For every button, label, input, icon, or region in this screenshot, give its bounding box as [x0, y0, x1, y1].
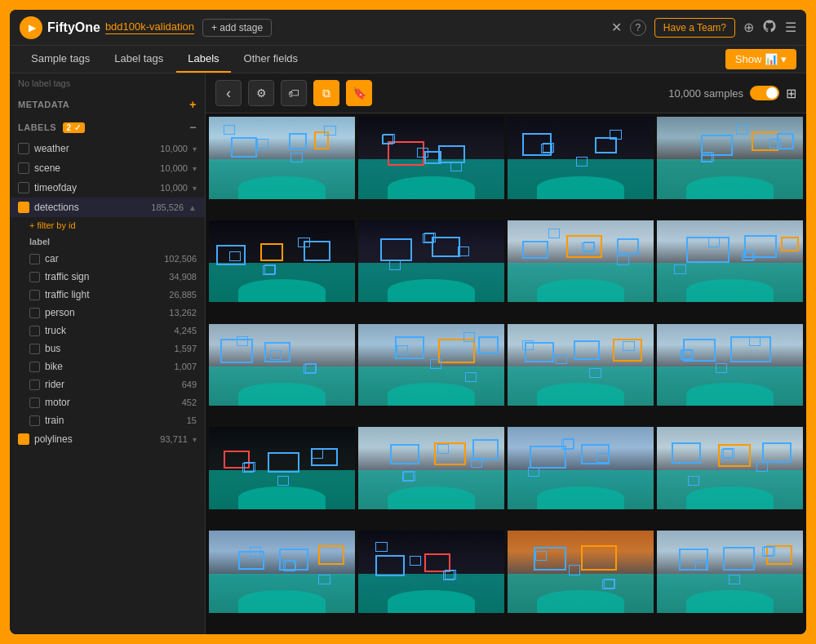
detections-checkbox[interactable]	[18, 202, 29, 213]
have-team-button[interactable]: Have a Team?	[654, 18, 735, 38]
label-train-row[interactable]: train 15	[10, 411, 205, 429]
tab-sample-tags[interactable]: Sample tags	[20, 46, 101, 73]
traffic-light-checkbox[interactable]	[29, 290, 40, 300]
logo-area: FiftyOne bdd100k-validation	[20, 16, 194, 39]
polylines-checkbox[interactable]	[18, 433, 29, 445]
grid-cell[interactable]	[657, 531, 803, 613]
label-motor-row[interactable]: motor 452	[10, 393, 205, 411]
logo-icon	[20, 16, 42, 39]
no-label-tags: No label tags	[10, 73, 205, 93]
grid-settings-icon[interactable]: ⊕	[743, 20, 754, 35]
bookmark-tool-button[interactable]: 🔖	[346, 80, 372, 106]
rider-checkbox[interactable]	[29, 380, 40, 390]
label-bike-row[interactable]: bike 1,007	[10, 358, 205, 375]
label-person-row[interactable]: person 13,262	[10, 304, 205, 322]
dataset-name: bdd100k-validation	[105, 20, 194, 34]
timeofday-checkbox[interactable]	[18, 182, 29, 193]
grid-cell[interactable]	[657, 427, 803, 509]
label-polylines-row[interactable]: polylines 93,711 ▾	[10, 429, 205, 449]
settings-tool-button[interactable]: ⚙	[248, 80, 274, 106]
weather-checkbox[interactable]	[18, 143, 29, 154]
tab-bar: Sample tags Label tags Labels Other fiel…	[10, 46, 806, 73]
traffic-sign-checkbox[interactable]	[29, 272, 40, 282]
grid-cell[interactable]	[358, 220, 504, 303]
motor-checkbox[interactable]	[29, 398, 40, 408]
grid-cell[interactable]	[657, 220, 803, 303]
label-scene-row[interactable]: scene 10,000 ▾	[10, 158, 205, 178]
back-button[interactable]: ‹	[215, 80, 242, 106]
filter-by-id[interactable]: + filter by id	[10, 217, 205, 233]
labels-badge: 2 ✓	[63, 122, 86, 133]
train-checkbox[interactable]	[29, 415, 40, 426]
scene-expand-icon[interactable]: ▾	[193, 164, 197, 173]
app-container: FiftyOne bdd100k-validation + add stage …	[10, 10, 806, 634]
grid-cell[interactable]	[358, 324, 504, 406]
grid-cell[interactable]	[508, 427, 654, 509]
person-checkbox[interactable]	[29, 308, 40, 318]
right-panel: ‹ ⚙ 🏷 ⧉ 🔖 10,000 samples ⊞	[206, 73, 806, 634]
tab-labels[interactable]: Labels	[176, 46, 230, 73]
tag-tool-button[interactable]: 🏷	[281, 80, 307, 106]
label-car-row[interactable]: car 102,506	[10, 250, 205, 268]
grid-cell[interactable]	[358, 531, 504, 613]
label-rider-row[interactable]: rider 649	[10, 375, 205, 393]
label-truck-row[interactable]: truck 4,245	[10, 322, 205, 340]
add-stage-button[interactable]: + add stage	[202, 19, 272, 37]
samples-count: 10,000 samples	[668, 87, 743, 100]
bike-checkbox[interactable]	[29, 362, 40, 372]
truck-checkbox[interactable]	[29, 326, 40, 336]
grid-cell[interactable]	[657, 117, 803, 199]
label-sub-header: label	[10, 233, 205, 250]
main-content: No label tags METADATA + LABELS 2 ✓ − we…	[10, 73, 806, 634]
grid-cell[interactable]	[358, 427, 504, 509]
bus-checkbox[interactable]	[29, 344, 40, 354]
metadata-section-header[interactable]: METADATA +	[10, 93, 205, 116]
grid-cell[interactable]	[358, 117, 504, 199]
header: FiftyOne bdd100k-validation + add stage …	[10, 10, 806, 46]
label-traffic-light-row[interactable]: traffic light 26,885	[10, 286, 205, 304]
view-toggle[interactable]	[750, 86, 779, 100]
grid-cell[interactable]	[508, 117, 654, 199]
sidebar: No label tags METADATA + LABELS 2 ✓ − we…	[10, 73, 206, 634]
label-weather-row[interactable]: weather 10,000 ▾	[10, 139, 205, 158]
tab-other-fields[interactable]: Other fields	[233, 46, 309, 73]
copy-tool-button[interactable]: ⧉	[313, 80, 339, 106]
grid-cell[interactable]	[209, 324, 355, 406]
grid-cell[interactable]	[508, 324, 654, 406]
labels-collapse-icon[interactable]: −	[189, 121, 197, 134]
weather-expand-icon[interactable]: ▾	[193, 144, 197, 153]
app-name: FiftyOne	[47, 20, 100, 35]
show-button[interactable]: Show 📊 ▾	[725, 49, 796, 69]
scene-checkbox[interactable]	[18, 162, 29, 174]
detections-expand-icon[interactable]: ▲	[188, 203, 197, 212]
grid-cell[interactable]	[209, 220, 355, 303]
grid-cell[interactable]	[657, 324, 803, 406]
grid-cell[interactable]	[209, 427, 355, 509]
tab-label-tags[interactable]: Label tags	[103, 46, 175, 73]
grid-cell[interactable]	[508, 531, 654, 613]
metadata-add-icon[interactable]: +	[189, 98, 197, 111]
grid-view-icon[interactable]: ⊞	[786, 86, 796, 101]
label-detections-row[interactable]: detections 185,526 ▲	[10, 198, 205, 217]
github-icon[interactable]	[762, 19, 777, 37]
label-bus-row[interactable]: bus 1,597	[10, 340, 205, 358]
labels-section-header: LABELS 2 ✓ −	[10, 116, 205, 139]
close-icon[interactable]: ✕	[611, 20, 622, 35]
label-timeofday-row[interactable]: timeofday 10,000 ▾	[10, 178, 205, 198]
grid-cell[interactable]	[209, 117, 355, 199]
menu-icon[interactable]: ☰	[785, 20, 796, 35]
grid-cell[interactable]	[508, 220, 654, 303]
help-icon[interactable]: ?	[630, 20, 646, 36]
grid-cell[interactable]	[209, 531, 355, 613]
image-grid	[206, 113, 806, 634]
label-traffic-sign-row[interactable]: traffic sign 34,908	[10, 268, 205, 286]
polylines-expand-icon[interactable]: ▾	[193, 435, 197, 444]
toggle-area	[750, 86, 779, 100]
toolbar: ‹ ⚙ 🏷 ⧉ 🔖 10,000 samples ⊞	[206, 73, 806, 113]
timeofday-expand-icon[interactable]: ▾	[193, 184, 197, 193]
car-checkbox[interactable]	[29, 254, 40, 264]
